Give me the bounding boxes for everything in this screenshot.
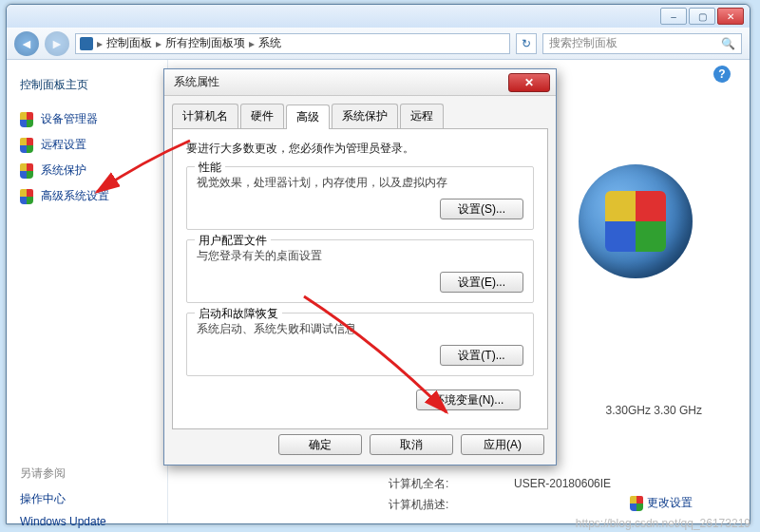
tab-body-advanced: 要进行大多数更改，您必须作为管理员登录。 性能 视觉效果，处理器计划，内存使用，… (172, 129, 548, 429)
search-placeholder: 搜索控制面板 (549, 35, 618, 51)
group-desc: 视觉效果，处理器计划，内存使用，以及虚拟内存 (197, 175, 523, 191)
group-legend: 启动和故障恢复 (195, 306, 282, 322)
group-performance: 性能 视觉效果，处理器计划，内存使用，以及虚拟内存 设置(S)... (186, 166, 534, 230)
sidebar-item-label: 设备管理器 (41, 111, 98, 127)
nav-back-button[interactable]: ◄ (14, 31, 39, 56)
ok-button[interactable]: 确定 (278, 434, 362, 455)
seealso-windows-update[interactable]: Windows Update (20, 511, 154, 532)
breadcrumb[interactable]: ▸ 控制面板 ▸ 所有控制面板项 ▸ 系统 (75, 33, 510, 54)
dialog-title: 系统属性 (174, 74, 219, 90)
sidebar-item-advanced-system-settings[interactable]: 高级系统设置 (20, 183, 154, 209)
tab-advanced[interactable]: 高级 (286, 104, 330, 129)
seealso-label: 操作中心 (20, 491, 66, 507)
system-properties-dialog: 系统属性 ✕ 计算机名 硬件 高级 系统保护 远程 要进行大多数更改，您必须作为… (163, 68, 557, 466)
chevron-right-icon: ▸ (156, 37, 162, 50)
shield-icon (20, 112, 33, 127)
environment-variables-button[interactable]: 环境变量(N)... (416, 390, 521, 410)
seealso-action-center[interactable]: 操作中心 (20, 487, 154, 511)
group-user-profiles: 用户配置文件 与您登录有关的桌面设置 设置(E)... (186, 239, 534, 303)
tab-remote[interactable]: 远程 (400, 104, 444, 128)
dialog-tabs: 计算机名 硬件 高级 系统保护 远程 (172, 104, 548, 129)
sidebar-item-device-manager[interactable]: 设备管理器 (20, 106, 154, 132)
tab-computer-name[interactable]: 计算机名 (172, 104, 238, 128)
tab-system-protection[interactable]: 系统保护 (332, 104, 398, 128)
control-panel-icon (80, 37, 93, 50)
breadcrumb-part[interactable]: 系统 (258, 35, 281, 51)
apply-button[interactable]: 应用(A) (461, 434, 544, 455)
close-button[interactable]: ✕ (717, 8, 744, 25)
sidebar-item-label: 远程设置 (41, 137, 86, 153)
sidebar-item-remote-settings[interactable]: 远程设置 (20, 132, 154, 158)
seealso-title: 另请参阅 (20, 466, 154, 482)
system-info-rows: 计算机全名:USER-20180606IE 计算机描述: (387, 472, 613, 516)
sidebar-item-label: 系统保护 (41, 162, 86, 179)
nav-forward-button[interactable]: ► (45, 31, 69, 56)
breadcrumb-part[interactable]: 控制面板 (106, 35, 152, 51)
change-settings-label: 更改设置 (647, 495, 693, 511)
refresh-button[interactable]: ↻ (516, 33, 537, 54)
sidebar-title: 控制面板主页 (20, 77, 154, 93)
breadcrumb-part[interactable]: 所有控制面板项 (165, 35, 245, 51)
profiles-settings-button[interactable]: 设置(E)... (440, 272, 523, 293)
maximize-button[interactable]: ▢ (689, 8, 715, 25)
startup-settings-button[interactable]: 设置(T)... (440, 345, 523, 366)
dialog-titlebar: 系统属性 ✕ (164, 69, 556, 96)
cancel-button[interactable]: 取消 (370, 434, 453, 455)
minimize-button[interactable]: – (660, 8, 687, 25)
help-icon[interactable]: ? (713, 66, 731, 83)
shield-icon (20, 189, 33, 204)
titlebar: – ▢ ✕ (7, 5, 750, 28)
toolbar: ◄ ► ▸ 控制面板 ▸ 所有控制面板项 ▸ 系统 ↻ 搜索控制面板 🔍 (7, 28, 750, 60)
cpu-speed-value: 3.30GHz 3.30 GHz (606, 404, 702, 417)
tab-hardware[interactable]: 硬件 (240, 104, 284, 128)
windows-logo-icon (579, 164, 693, 278)
group-desc: 与您登录有关的桌面设置 (197, 248, 523, 264)
search-icon: 🔍 (721, 37, 735, 50)
chevron-right-icon: ▸ (249, 37, 255, 50)
admin-notice: 要进行大多数更改，您必须作为管理员登录。 (186, 141, 534, 157)
search-input[interactable]: 搜索控制面板 🔍 (542, 33, 742, 54)
sidebar-item-system-protection[interactable]: 系统保护 (20, 158, 154, 183)
performance-settings-button[interactable]: 设置(S)... (440, 199, 523, 219)
fullname-label: 计算机全名: (389, 474, 512, 493)
shield-icon (20, 163, 33, 179)
desc-label: 计算机描述: (389, 495, 512, 514)
dialog-close-button[interactable]: ✕ (508, 73, 550, 92)
group-desc: 系统启动、系统失败和调试信息 (197, 321, 523, 337)
shield-icon (20, 138, 33, 153)
sidebar-item-label: 高级系统设置 (41, 188, 109, 204)
sidebar: 控制面板主页 设备管理器 远程设置 系统保护 高级系统设置 另请参阅 操作中心 … (7, 60, 168, 523)
group-startup-recovery: 启动和故障恢复 系统启动、系统失败和调试信息 设置(T)... (186, 313, 534, 376)
watermark: https://blog.csdn.net/qq_26173219 (576, 517, 750, 530)
group-legend: 性能 (195, 160, 225, 176)
seealso-label: Windows Update (20, 515, 106, 528)
group-legend: 用户配置文件 (195, 233, 271, 249)
change-settings-link[interactable]: 更改设置 (630, 495, 693, 511)
dialog-footer: 确定 取消 应用(A) (278, 434, 544, 455)
shield-icon (630, 496, 643, 511)
fullname-value: USER-20180606IE (514, 474, 611, 493)
chevron-right-icon: ▸ (97, 37, 103, 50)
